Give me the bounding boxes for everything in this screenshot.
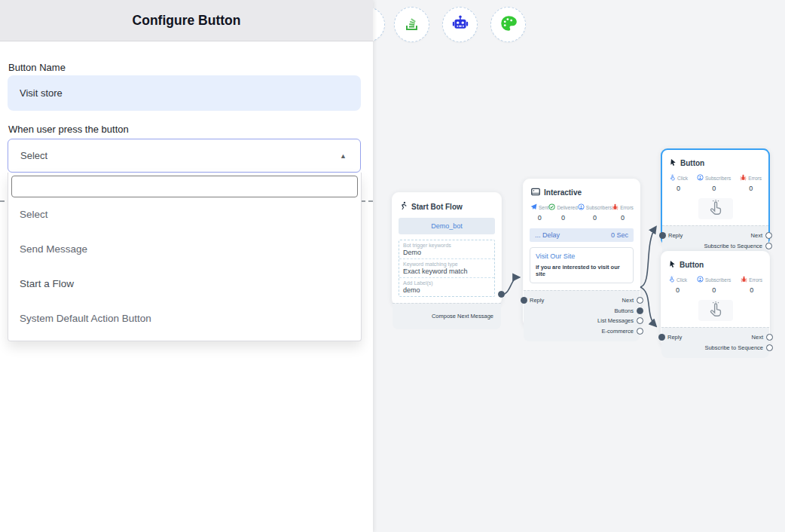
field-matching-type[interactable]: Keyword matching type Exact keyword matc… — [399, 259, 494, 278]
output-ecommerce: E-commerce — [601, 328, 634, 335]
option-send-message[interactable]: Send Message — [11, 232, 358, 267]
hand-pointer-icon — [707, 198, 724, 219]
robot-icon — [451, 14, 470, 36]
bug-icon — [741, 276, 747, 283]
output-next: Next — [751, 232, 762, 239]
port-next[interactable] — [637, 297, 643, 304]
stat-subscribers: Subscribers 0 — [578, 203, 612, 222]
node-title: Button — [680, 261, 704, 269]
running-man-icon — [400, 201, 408, 212]
output-buttons: Buttons — [615, 307, 634, 314]
stat-sent: Sent 0 — [530, 203, 548, 222]
page-title: Configure Button — [133, 13, 241, 29]
message-title: Visit Our Site — [536, 252, 628, 260]
port-list-messages[interactable] — [637, 317, 643, 324]
node-button-2[interactable]: Button Click 0 — [661, 251, 770, 347]
button-stats: Click 0 Subscribers 0 — [662, 173, 768, 195]
port-reply-in[interactable] — [659, 232, 666, 239]
delay-row[interactable]: ... Delay 0 Sec — [530, 228, 634, 242]
port-buttons[interactable] — [637, 307, 643, 314]
output-subscribe-sequence: Subscribe to Sequence — [704, 243, 762, 249]
output-next: Next — [622, 297, 634, 304]
node-button-1[interactable]: Button Click 0 — [661, 148, 770, 246]
field-trigger-keywords[interactable]: Bot trigger keywords Demo — [399, 240, 494, 259]
click-icon — [668, 276, 675, 283]
button-name-input[interactable] — [8, 75, 361, 111]
node-start-bot-flow[interactable]: Start Bot Flow Demo_bot Bot trigger keyw… — [392, 192, 502, 306]
stat-errors: Errors 0 — [740, 174, 762, 192]
node-title: Start Bot Flow — [411, 203, 463, 211]
interactive-stats: Sent 0 Delivered 0 — [524, 202, 640, 225]
dropdown-search-input[interactable] — [11, 176, 358, 197]
reply-label: Reply — [530, 297, 544, 304]
stat-click: Click 0 — [668, 276, 687, 294]
hand-pointer-icon — [707, 300, 724, 321]
port-subscribe-sequence[interactable] — [765, 243, 772, 249]
port-compose-next-message[interactable] — [498, 291, 505, 298]
cursor-icon — [670, 158, 677, 168]
click-icon — [669, 174, 676, 182]
bug-icon — [612, 203, 619, 211]
port-reply-in[interactable] — [521, 297, 527, 304]
node-title: Button — [680, 159, 704, 167]
compose-next-message-output: Compose Next Message — [399, 308, 495, 324]
message-body: if you are interested to visit our site — [536, 264, 628, 277]
palette-tool-button[interactable] — [490, 7, 526, 42]
delay-label: ... Delay — [535, 231, 560, 239]
stack-icon — [403, 14, 421, 35]
button-stats: Click 0 Subscribers 0 — [661, 274, 769, 297]
stat-subscribers: Subscribers 0 — [697, 174, 731, 192]
stat-errors: Errors 0 — [612, 203, 634, 222]
field-add-labels[interactable]: Add Label(s) demo — [399, 278, 494, 296]
bug-icon — [740, 174, 747, 182]
output-subscribe-sequence: Subscribe to Sequence — [704, 344, 763, 351]
check-circle-icon — [548, 203, 555, 211]
panel-header: Configure Button — [0, 0, 373, 41]
card-icon — [531, 188, 540, 197]
reply-label: Reply — [667, 334, 682, 341]
stat-delivered: Delivered 0 — [548, 203, 577, 222]
user-circle-icon — [697, 276, 704, 283]
configure-button-panel: Configure Button Button Name When user p… — [0, 0, 373, 532]
option-start-a-flow[interactable]: Start a Flow — [11, 267, 358, 301]
action-select-dropdown: Select Send Message Start a Flow System … — [8, 173, 362, 341]
paper-plane-icon — [530, 203, 537, 211]
palette-icon — [499, 14, 518, 36]
output-list-messages: List Messages — [597, 317, 634, 324]
bot-fields: Bot trigger keywords Demo Keyword matchi… — [399, 240, 495, 297]
output-next: Next — [752, 334, 763, 341]
chevron-up-icon: ▲ — [340, 152, 347, 160]
bot-name-button[interactable]: Demo_bot — [399, 218, 495, 234]
user-circle-icon — [578, 203, 585, 211]
port-ecommerce[interactable] — [637, 328, 643, 335]
action-select-value: Select — [20, 150, 47, 161]
node-interactive[interactable]: Interactive Sent 0 — [523, 179, 640, 327]
option-select[interactable]: Select — [11, 197, 358, 232]
stat-click: Click 0 — [669, 174, 688, 192]
reply-label: Reply — [668, 232, 683, 239]
button-action-label: When user press the button — [8, 124, 129, 135]
bot-tool-button[interactable] — [442, 7, 478, 42]
port-reply-in[interactable] — [658, 334, 665, 341]
stat-errors: Errors 0 — [741, 276, 762, 294]
port-next[interactable] — [765, 232, 772, 239]
action-select[interactable]: Select ▲ — [8, 139, 361, 173]
user-circle-icon — [697, 174, 704, 182]
stack-tool-button[interactable] — [394, 7, 429, 42]
interactive-message[interactable]: Visit Our Site if you are interested to … — [530, 247, 634, 283]
port-subscribe-sequence[interactable] — [766, 344, 773, 351]
option-system-default-action-button[interactable]: System Default Action Button — [11, 301, 358, 336]
stat-subscribers: Subscribers 0 — [697, 276, 731, 294]
button-name-label: Button Name — [8, 62, 66, 73]
cursor-icon — [669, 260, 676, 270]
delay-value: 0 Sec — [611, 231, 628, 239]
port-next[interactable] — [766, 334, 773, 341]
node-title: Interactive — [544, 188, 582, 197]
